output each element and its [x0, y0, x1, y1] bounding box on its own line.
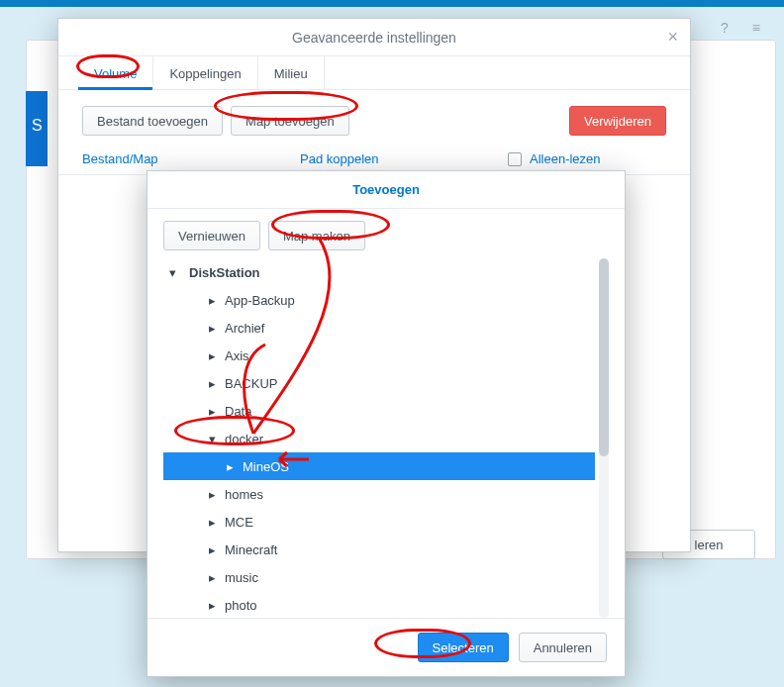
tree-root-label: DiskStation — [185, 259, 260, 286]
add-folder-button[interactable]: Map toevoegen — [231, 106, 349, 136]
tree-item-archief[interactable]: Archief — [163, 314, 595, 342]
mkdir-button[interactable]: Map maken — [268, 221, 365, 250]
tree-item-label: docker — [225, 432, 263, 446]
modal-title: Geavanceerde instellingen — [292, 30, 456, 46]
tree-item-label: BACKUP — [225, 376, 277, 391]
bg-sidebar-fragment: S — [26, 91, 48, 166]
delete-button[interactable]: Verwijderen — [569, 106, 666, 136]
tree-item-photo[interactable]: photo — [163, 591, 595, 618]
refresh-button[interactable]: Vernieuwen — [163, 221, 260, 250]
select-button[interactable]: Selecteren — [418, 633, 509, 662]
tree-item-mce[interactable]: MCE — [163, 508, 595, 536]
tab-milieu[interactable]: Milieu — [258, 56, 325, 89]
tree-item-label: MineOS — [243, 459, 289, 474]
tree-item-docker[interactable]: docker — [163, 425, 595, 452]
folder-picker-footer: Selecteren Annuleren — [147, 618, 625, 676]
col-readonly-label: Alleen-lezen — [530, 151, 601, 166]
topbar-icons: ? ≡ — [721, 20, 760, 36]
caret-right-icon — [207, 376, 217, 391]
tree-item-music[interactable]: music — [163, 563, 595, 591]
tree-root[interactable]: DiskStation — [163, 258, 595, 286]
app-topbar — [0, 0, 784, 7]
caret-right-icon — [207, 542, 217, 557]
modal-header: Geavanceerde instellingen × — [58, 19, 690, 56]
help-icon[interactable]: ? — [721, 20, 729, 36]
caret-right-icon — [207, 293, 217, 308]
tree-item-minecraft[interactable]: Minecraft — [163, 536, 595, 563]
scrollbar[interactable] — [599, 258, 609, 618]
folder-picker-modal: Toevoegen Vernieuwen Map maken DiskStati… — [147, 170, 626, 677]
folder-tree[interactable]: DiskStation App-BackupArchiefAxisBACKUPD… — [163, 258, 595, 618]
tree-item-label: music — [225, 570, 258, 585]
menu-icon[interactable]: ≡ — [752, 20, 760, 36]
tree-item-label: homes — [225, 487, 263, 502]
add-file-button[interactable]: Bestand toevoegen — [82, 106, 223, 136]
tree-item-label: Axis — [225, 348, 249, 363]
toolbar: Bestand toevoegen Map toevoegen Verwijde… — [58, 90, 690, 146]
tree-item-label: Minecraft — [225, 542, 277, 557]
caret-right-icon — [207, 570, 217, 585]
close-icon[interactable]: × — [667, 27, 678, 48]
tree-item-data[interactable]: Data — [163, 397, 595, 425]
folder-picker-toolbar: Vernieuwen Map maken — [147, 209, 625, 258]
col-path[interactable]: Pad koppelen — [300, 151, 508, 166]
col-readonly[interactable]: Alleen-lezen — [508, 151, 666, 166]
tree-item-label: Archief — [225, 321, 264, 336]
tree-item-label: photo — [225, 598, 257, 613]
tree-item-mineos[interactable]: MineOS — [163, 452, 595, 480]
tree-item-label: Data — [225, 404, 251, 419]
caret-right-icon — [207, 321, 217, 336]
caret-right-icon — [207, 515, 217, 530]
cancel-button[interactable]: Annuleren — [519, 633, 607, 662]
tree-item-app-backup[interactable]: App-Backup — [163, 286, 595, 314]
caret-right-icon — [207, 404, 217, 419]
folder-picker-title: Toevoegen — [147, 171, 625, 209]
tree-item-backup[interactable]: BACKUP — [163, 369, 595, 397]
tree-item-axis[interactable]: Axis — [163, 342, 595, 369]
caret-right-icon — [207, 598, 217, 613]
caret-down-icon — [207, 432, 217, 446]
caret-down-icon — [167, 265, 177, 280]
tree-item-homes[interactable]: homes — [163, 480, 595, 508]
tab-volume[interactable]: Volume — [78, 56, 153, 89]
tree-wrap: DiskStation App-BackupArchiefAxisBACKUPD… — [147, 258, 625, 618]
readonly-checkbox[interactable] — [508, 152, 522, 166]
caret-right-icon — [225, 459, 235, 474]
scrollbar-thumb[interactable] — [599, 258, 609, 456]
tree-item-label: MCE — [225, 515, 253, 530]
tab-koppelingen[interactable]: Koppelingen — [153, 56, 257, 89]
caret-right-icon — [207, 348, 217, 363]
tab-bar: Volume Koppelingen Milieu — [58, 56, 690, 90]
tree-item-label: App-Backup — [225, 293, 295, 308]
caret-right-icon — [207, 487, 217, 502]
col-file[interactable]: Bestand/Map — [82, 151, 300, 166]
